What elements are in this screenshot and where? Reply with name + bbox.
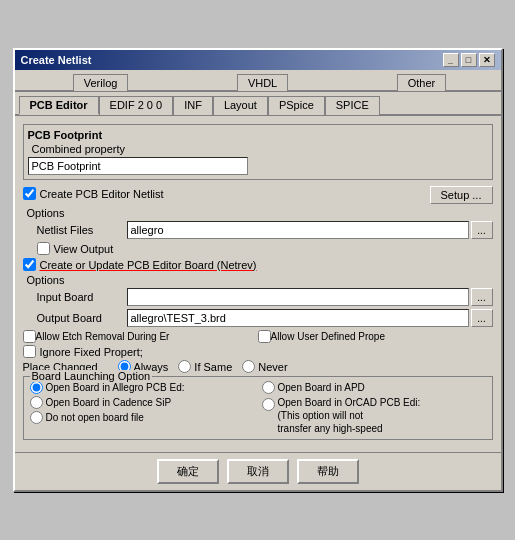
help-button[interactable]: 帮助 [297,459,359,484]
tab-edif[interactable]: EDIF 2 0 0 [99,96,174,115]
input-board-label: Input Board [37,291,127,303]
options-label: Options [23,207,493,219]
launch-cadence-option[interactable]: Open Board in Cadence SiP [30,396,254,409]
launch-apd-label: Open Board in APD [278,382,365,393]
create-netlist-label: Create PCB Editor Netlist [40,188,164,200]
launch-orcad-radio[interactable] [262,398,275,411]
pcb-footprint-section: PCB Footprint Combined property [23,124,493,180]
create-update-checkbox[interactable] [23,258,36,271]
combined-property-label: Combined property [28,143,488,155]
launch-apd-radio[interactable] [262,381,275,394]
pcb-footprint-input[interactable] [28,157,248,175]
view-output-label: View Output [54,243,114,255]
create-update-row: Create or Update PCB Editor Board (Netre… [23,258,493,271]
netlist-files-browse-btn[interactable]: ... [471,221,493,239]
netlist-files-label: Netlist Files [37,224,127,236]
tab-inf[interactable]: INF [173,96,213,115]
board-launch-right-col: Open Board in APD Open Board in OrCAD PC… [262,381,486,435]
title-bar-buttons: _ □ ✕ [443,53,495,67]
board-launch-title: Board Launching Option [30,370,153,382]
place-ifsame-option[interactable]: If Same [178,360,232,373]
ignore-fixed-row: Ignore Fixed Propert; [23,345,493,358]
options-label-2: Options [23,274,493,286]
launch-donotopen-radio[interactable] [30,411,43,424]
allow-etch-checkbox[interactable] [23,330,36,343]
tab-vhdl[interactable]: VHDL [237,74,288,91]
launch-orcad-label: Open Board in OrCAD PCB Edi:(This option… [278,396,421,435]
launch-donotopen-label: Do not open board file [46,412,144,423]
title-bar: Create Netlist _ □ ✕ [15,50,501,70]
board-launch-cols: Open Board in Allegro PCB Ed: Open Board… [30,381,486,435]
launch-orcad-option[interactable]: Open Board in OrCAD PCB Edi:(This option… [262,396,486,435]
maximize-button[interactable]: □ [461,53,477,67]
tab-other[interactable]: Other [397,74,447,91]
input-board-row: Input Board ... [23,288,493,306]
launch-apd-option[interactable]: Open Board in APD [262,381,486,394]
launch-donotopen-option[interactable]: Do not open board file [30,411,254,424]
place-ifsame-label: If Same [194,361,232,373]
tab-row-2: PCB Editor EDIF 2 0 0 INF Layout PSpice … [15,92,501,116]
window-title: Create Netlist [21,54,92,66]
allow-etch-col: Allow Etch Removal During Er [23,330,258,343]
ok-button[interactable]: 确定 [157,459,219,484]
tab-layout[interactable]: Layout [213,96,268,115]
netlist-files-row: Netlist Files ... [23,221,493,239]
place-never-label: Never [258,361,287,373]
netlist-files-input[interactable] [127,221,469,239]
tab-row-1: Verilog VHDL Other [15,70,501,92]
ignore-fixed-label: Ignore Fixed Propert; [40,346,143,358]
input-board-input[interactable] [127,288,469,306]
minimize-button[interactable]: _ [443,53,459,67]
input-board-browse-btn[interactable]: ... [471,288,493,306]
launch-allegro-radio[interactable] [30,381,43,394]
tab-verilog[interactable]: Verilog [73,74,129,91]
output-board-input[interactable] [127,309,469,327]
output-board-browse-btn[interactable]: ... [471,309,493,327]
place-never-radio[interactable] [242,360,255,373]
create-netlist-check-row: Create PCB Editor Netlist [23,187,430,200]
allow-user-checkbox[interactable] [258,330,271,343]
bottom-buttons: 确定 取消 帮助 [15,452,501,490]
board-launch-group: Board Launching Option Open Board in All… [23,376,493,440]
allow-options-row: Allow Etch Removal During Er Allow User … [23,330,493,343]
cancel-button[interactable]: 取消 [227,459,289,484]
view-output-row: View Output [23,242,493,255]
output-board-row: Output Board ... [23,309,493,327]
allow-user-col: Allow User Defined Prope [258,330,493,343]
create-update-label: Create or Update PCB Editor Board (Netre… [40,259,257,271]
pcb-footprint-header: PCB Footprint [28,129,488,141]
create-netlist-row: Create PCB Editor Netlist Setup ... [23,186,493,204]
create-netlist-window: Create Netlist _ □ ✕ Verilog VHDL Other … [13,48,503,492]
board-launch-left-col: Open Board in Allegro PCB Ed: Open Board… [30,381,254,435]
tab-spice[interactable]: SPICE [325,96,380,115]
view-output-checkbox[interactable] [37,242,50,255]
launch-allegro-label: Open Board in Allegro PCB Ed: [46,382,185,393]
output-board-label: Output Board [37,312,127,324]
content-area: PCB Footprint Combined property Create P… [15,116,501,452]
create-netlist-checkbox[interactable] [23,187,36,200]
place-ifsame-radio[interactable] [178,360,191,373]
tab-pcb-editor[interactable]: PCB Editor [19,96,99,115]
ignore-fixed-checkbox[interactable] [23,345,36,358]
tab-pspice[interactable]: PSpice [268,96,325,115]
setup-button[interactable]: Setup ... [430,186,493,204]
launch-cadence-label: Open Board in Cadence SiP [46,397,172,408]
place-never-option[interactable]: Never [242,360,287,373]
close-button[interactable]: ✕ [479,53,495,67]
allow-user-label: Allow User Defined Prope [271,331,386,342]
allow-etch-label: Allow Etch Removal During Er [36,331,170,342]
launch-allegro-option[interactable]: Open Board in Allegro PCB Ed: [30,381,254,394]
launch-cadence-radio[interactable] [30,396,43,409]
